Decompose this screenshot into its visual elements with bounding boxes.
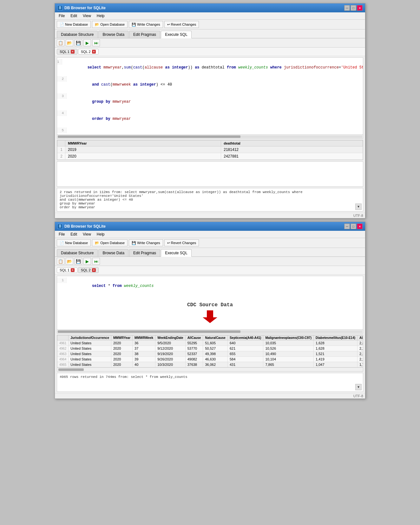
cell-jurisdiction: United States [69, 362, 111, 367]
cell-malig: 10,035 [263, 340, 314, 346]
cell-week: 37 [133, 346, 155, 351]
revert-changes-button-1[interactable]: ↩ Revert Changes [164, 21, 199, 28]
cell-year-2: 2020 [65, 153, 221, 160]
new-db-button-2[interactable]: 📄 New Database [57, 239, 91, 246]
editor-scroll-1[interactable] [57, 134, 363, 138]
minimize-button-2[interactable]: ─ [344, 224, 350, 229]
sql-save-icon-1[interactable]: 💾 [75, 39, 82, 46]
results-table-el-1: MMWRYear deathtotal 1 2019 2181412 2 202… [57, 140, 363, 160]
tab-database-structure-1[interactable]: Database Structure [57, 31, 98, 38]
cell-diab: 1,521 [313, 351, 357, 357]
cell-allcause: 53770 [185, 346, 203, 351]
cell-week: 39 [133, 357, 155, 362]
status-scroll-btn-1[interactable]: ▼ [355, 204, 362, 210]
tab-browse-data-1[interactable]: Browse Data [98, 31, 128, 38]
maximize-button-1[interactable]: □ [351, 5, 356, 11]
scroll-track-2 [58, 330, 362, 333]
scroll-thumb-2 [58, 330, 240, 333]
close-button-1[interactable]: ✕ [357, 5, 363, 11]
sql-tab-1-2[interactable]: SQL 1 ✕ [57, 267, 77, 273]
big-table-scroll-2[interactable]: JurisdictionofOccurrence MMWRYear MMWRWe… [57, 335, 363, 367]
sql-open-icon-2[interactable]: 📂 [66, 258, 73, 265]
tab-execute-sql-1[interactable]: Execute SQL [161, 31, 192, 38]
menu-file-1[interactable]: File [56, 13, 67, 19]
minimize-button-1[interactable]: ─ [344, 5, 350, 11]
menu-view-1[interactable]: View [80, 13, 94, 19]
row-num-2: 2 [57, 153, 65, 160]
empty-results-area-1 [57, 161, 363, 187]
sql-editor-2[interactable]: 1 select * from weekly_counts CDC Source… [57, 276, 363, 334]
sql-tab-2-2[interactable]: SQL 2 ✕ [78, 267, 99, 273]
table-row: 4963 United States 2020 38 9/19/2020 523… [57, 351, 363, 357]
big-table-header-row: JurisdictionofOccurrence MMWRYear MMWRWe… [57, 335, 363, 340]
open-db-button-1[interactable]: 📂 Open Database [92, 21, 128, 28]
cell-alz: 2,174 [358, 346, 363, 351]
open-db-button-2[interactable]: 📂 Open Database [92, 239, 128, 246]
sql-new-icon-1[interactable]: 📋 [57, 39, 64, 46]
sql-save-icon-2[interactable]: 💾 [75, 258, 82, 265]
menu-file-2[interactable]: File [56, 231, 67, 237]
close-button-2[interactable]: ✕ [357, 224, 363, 229]
sql-tab-close-2-1[interactable]: ✕ [92, 50, 96, 54]
tab-database-structure-2[interactable]: Database Structure [57, 249, 98, 256]
sql-tab-close-1-2[interactable]: ✕ [71, 268, 75, 272]
menu-help-1[interactable]: Help [94, 13, 107, 19]
horiz-scroll-bar-2[interactable] [57, 367, 363, 371]
status-scroll-btn-2[interactable]: ▼ [355, 384, 362, 390]
cell-allcause: 55295 [185, 340, 203, 346]
sql-tab-1-1[interactable]: SQL 1 ✕ [57, 49, 77, 55]
tab-browse-data-2[interactable]: Browse Data [98, 249, 128, 256]
menu-edit-1[interactable]: Edit [68, 13, 80, 19]
new-db-button-1[interactable]: 📄 New Database [57, 21, 91, 28]
write-icon-1: 💾 [132, 23, 136, 27]
cell-year: 2020 [111, 340, 132, 346]
cell-alz: 2,188 [358, 351, 363, 357]
sql-new-icon-2[interactable]: 📋 [57, 258, 64, 265]
window-title-1: DB Browser for SQLite [64, 6, 106, 10]
cell-alz: 2,137 [358, 357, 363, 362]
cell-sept: 640 [227, 340, 263, 346]
maximize-button-2[interactable]: □ [351, 224, 356, 229]
editor-scroll-2[interactable] [57, 329, 363, 333]
col-h-year: MMWRYear [111, 335, 132, 340]
sql-run-all-icon-2[interactable]: ⏭ [92, 258, 100, 265]
cell-malig: 7,865 [263, 362, 314, 367]
cell-natural: 36,062 [203, 362, 227, 367]
col-h-sept: Septicemia(A40-A41) [227, 335, 263, 340]
cell-jurisdiction: United States [69, 340, 111, 346]
cell-week: 40 [133, 362, 155, 367]
menu-view-2[interactable]: View [80, 231, 94, 237]
sql-run-all-icon-1[interactable]: ⏭ [92, 39, 100, 46]
sql-tab-2-1[interactable]: SQL 2 ✕ [78, 49, 99, 55]
write-changes-button-1[interactable]: 💾 Write Changes [129, 21, 163, 28]
tab-execute-sql-2[interactable]: Execute SQL [161, 249, 192, 257]
sql-open-icon-1[interactable]: 📂 [66, 39, 73, 46]
title-bar-1: 🗄 DB Browser for SQLite ─ □ ✕ [55, 3, 365, 12]
cell-natural: 49,398 [203, 351, 227, 357]
row-num-1: 1 [57, 146, 65, 153]
menu-edit-2[interactable]: Edit [68, 231, 80, 237]
tab-edit-pragmas-1[interactable]: Edit Pragmas [129, 31, 160, 38]
big-table-container-2: JurisdictionofOccurrence MMWRYear MMWRWe… [57, 335, 363, 372]
col-header-deathtotal-1: deathtotal [221, 140, 363, 146]
cell-date: 9/19/2020 [155, 351, 186, 357]
cdc-annotation: CDC Source Data [57, 296, 363, 329]
title-bar-left-1: 🗄 DB Browser for SQLite [57, 5, 106, 10]
sql-tab-close-2-2[interactable]: ✕ [92, 268, 96, 272]
write-changes-button-2[interactable]: 💾 Write Changes [129, 239, 163, 246]
cell-deathtotal-1: 2181412 [221, 146, 363, 153]
col-header-year-1: MMWRYear [65, 140, 221, 146]
tab-edit-pragmas-2[interactable]: Edit Pragmas [129, 249, 160, 256]
cell-allcause: 49082 [185, 357, 203, 362]
table-row: 4962 United States 2020 37 9/12/2020 537… [57, 346, 363, 351]
table-row: 4961 United States 2020 36 9/5/2020 5529… [57, 340, 363, 346]
sql-run-icon-2[interactable]: ▶ [83, 258, 91, 265]
cell-malig: 10,526 [263, 346, 314, 351]
col-h-natural: NaturalCause [203, 335, 227, 340]
sql-run-icon-1[interactable]: ▶ [83, 39, 91, 46]
revert-changes-button-2[interactable]: ↩ Revert Changes [164, 239, 199, 246]
sql-editor-toolbar-2: 📋 📂 💾 ▶ ⏭ [55, 257, 365, 266]
menu-help-2[interactable]: Help [94, 231, 107, 237]
sql-editor-1[interactable]: 1 select mmwryear,sum(cast(allcause as i… [57, 57, 363, 139]
sql-tab-close-1-1[interactable]: ✕ [71, 50, 75, 54]
